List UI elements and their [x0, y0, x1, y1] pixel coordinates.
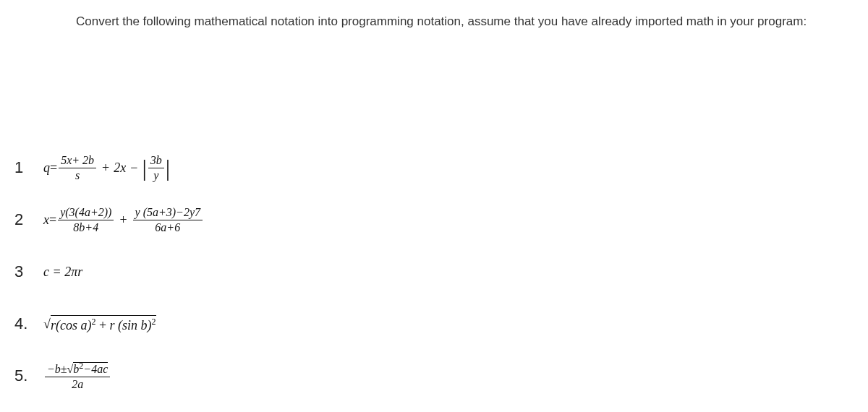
- eq2-plus: +: [119, 213, 127, 228]
- eq1-frac2-top: 3b: [148, 154, 164, 168]
- eq4-sqrt: √: [43, 317, 51, 332]
- eq4-plus: +: [99, 318, 110, 332]
- eq1-frac1-bot: s: [73, 168, 82, 182]
- eq2-frac1: y(3(4a+2)) 8b+4: [58, 206, 114, 234]
- equation-1: q = 5x+ 2b s + 2x − | 3b y |: [43, 154, 170, 182]
- eq2-frac2-top: y (5a+3)−2y7: [133, 206, 203, 220]
- eq4-sup2: 2: [152, 317, 156, 327]
- item-number-2: 2: [14, 210, 43, 229]
- eq1-frac1-top: 5x+ 2b: [59, 154, 96, 168]
- eq1-frac2: 3b y: [148, 154, 164, 182]
- eq4-term1: r(cos a): [51, 318, 92, 332]
- equation-item-3: 3 c = 2πr: [14, 256, 868, 288]
- eq2-frac1-bot: 8b+4: [71, 220, 101, 234]
- eq5-top-a: −b±: [47, 363, 67, 375]
- eq4-sup1: 2: [91, 317, 95, 327]
- equation-2: x = y(3(4a+2)) 8b+4 + y (5a+3)−2y7 6a+6: [43, 206, 204, 234]
- eq1-abs-left: |: [142, 156, 146, 179]
- eq2-frac2: y (5a+3)−2y7 6a+6: [133, 206, 203, 234]
- eq5-rest: −4ac: [83, 363, 108, 375]
- eq2-equals: =: [49, 213, 56, 228]
- equation-4: √ r(cos a)2 + r (sin b)2: [43, 315, 156, 333]
- eq4-term2: r (sin b): [110, 318, 152, 332]
- equation-5: −b±√b2−4ac 2a: [43, 361, 111, 391]
- eq2-frac2-bot: 6a+6: [153, 220, 182, 234]
- equation-item-1: 1 q = 5x+ 2b s + 2x − | 3b y |: [14, 152, 868, 184]
- eq1-frac2-bot: y: [151, 168, 161, 182]
- eq1-equals: =: [50, 160, 57, 176]
- eq1-lhs: q: [43, 160, 50, 176]
- item-number-3: 3: [14, 262, 43, 281]
- eq1-mid: 2x: [114, 160, 126, 176]
- eq3-full: c = 2πr: [43, 265, 82, 280]
- eq5-frac: −b±√b2−4ac 2a: [45, 361, 110, 391]
- item-number-5: 5.: [14, 366, 43, 385]
- equation-3: c = 2πr: [43, 265, 82, 280]
- eq5-bot: 2a: [69, 377, 85, 391]
- equation-item-2: 2 x = y(3(4a+2)) 8b+4 + y (5a+3)−2y7 6a+…: [14, 204, 868, 236]
- item-number-1: 1: [14, 158, 43, 177]
- eq1-minus: −: [130, 160, 137, 176]
- item-number-4: 4.: [14, 314, 43, 333]
- eq5-radicand: b2−4ac: [73, 362, 108, 375]
- eq5-top: −b±√b2−4ac: [45, 361, 110, 377]
- instruction-text: Convert the following mathematical notat…: [76, 14, 868, 29]
- eq1-frac1: 5x+ 2b s: [59, 154, 96, 182]
- eq1-plus: +: [102, 160, 109, 176]
- eq4-radicand: r(cos a)2 + r (sin b)2: [51, 315, 156, 333]
- equation-item-5: 5. −b±√b2−4ac 2a: [14, 360, 868, 392]
- equation-list: 1 q = 5x+ 2b s + 2x − | 3b y | 2 x =: [14, 152, 868, 392]
- equation-item-4: 4. √ r(cos a)2 + r (sin b)2: [14, 308, 868, 340]
- eq2-frac1-top: y(3(4a+2)): [58, 206, 114, 220]
- eq1-abs-right: |: [166, 156, 170, 179]
- eq2-lhs: x: [43, 213, 49, 228]
